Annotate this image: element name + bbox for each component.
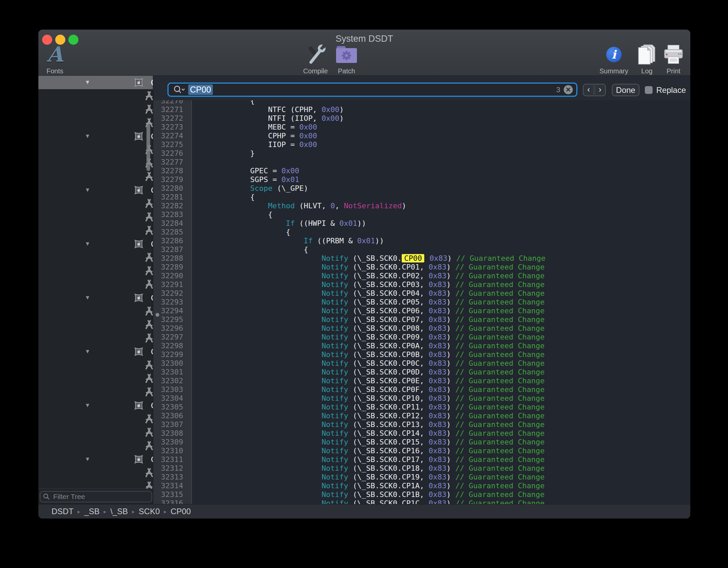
code-line[interactable]: 32286 If ((PRBM & 0x01)) (153, 237, 690, 245)
code-line[interactable]: 32291 Notify (\_SB.SCK0.CP03, 0x83) // G… (153, 280, 690, 289)
summary-button[interactable]: i Summary (599, 42, 628, 75)
compile-button[interactable]: Compile (303, 42, 328, 75)
tree-item-CP06[interactable]: ▼CP06 (38, 399, 153, 412)
code-line[interactable]: 32301 Notify (\_SB.SCK0.CP0D, 0x83) // G… (153, 368, 690, 377)
tree-child-item[interactable]: _P… (38, 251, 153, 264)
breadcrumb-item[interactable]: DSDT (52, 507, 73, 516)
code-line[interactable]: 32316 Notify (\_SB.SCK0.CP1C, 0x83) // G… (153, 499, 690, 504)
code-line[interactable]: 32272 NTFI (IIOP, 0x00) (153, 114, 690, 123)
code-line[interactable]: 32274 CPHP = 0x00 (153, 132, 690, 140)
code-line[interactable]: 32287 { (153, 245, 690, 254)
code-line[interactable]: 32279 SGPS = 0x01 (153, 175, 690, 184)
code-line[interactable]: 32276 } (153, 149, 690, 158)
done-button[interactable]: Done (612, 84, 639, 96)
tree-child-item[interactable]: _S… (38, 210, 153, 224)
code-line[interactable]: 32307 Notify (\_SB.SCK0.CP13, 0x83) // G… (153, 420, 690, 429)
tree-item-CP00[interactable]: ▼CP00 (38, 76, 153, 89)
tree-item-CP04[interactable]: ▼CP04 (38, 291, 153, 305)
breadcrumb-item[interactable]: SCK0 (139, 507, 160, 516)
code-line[interactable]: 32296 Notify (\_SB.SCK0.CP08, 0x83) // G… (153, 324, 690, 333)
code-line[interactable]: 32270 { (153, 100, 690, 105)
code-line[interactable]: 32283 { (153, 210, 690, 219)
tree-child-item[interactable]: _S… (38, 318, 153, 331)
tree-child-item[interactable]: _S… (38, 264, 153, 278)
code-line[interactable]: 32314 Notify (\_SB.SCK0.CP1A, 0x83) // G… (153, 482, 690, 490)
code-line[interactable]: 32292 Notify (\_SB.SCK0.CP04, 0x83) // G… (153, 289, 690, 298)
code-line[interactable]: 32282 Method (HLVT, 0, NotSerialized) (153, 202, 690, 210)
filter-tree-field[interactable] (40, 491, 152, 502)
disclosure-triangle-icon[interactable]: ▼ (84, 456, 91, 463)
breadcrumb-item[interactable]: _SB (84, 507, 99, 516)
code-line[interactable]: 32280 Scope (\_GPE) (153, 184, 690, 193)
code-line[interactable]: 32310 Notify (\_SB.SCK0.CP16, 0x83) // G… (153, 447, 690, 455)
code-line[interactable]: 32281 { (153, 193, 690, 202)
tree-child-item[interactable]: _P… (38, 89, 153, 103)
code-line[interactable]: 32295 Notify (\_SB.SCK0.CP07, 0x83) // G… (153, 315, 690, 324)
disclosure-triangle-icon[interactable]: ▼ (84, 187, 91, 193)
tree-child-item[interactable]: _S… (38, 372, 153, 385)
code-line[interactable]: 32303 Notify (\_SB.SCK0.CP0F, 0x83) // G… (153, 385, 690, 394)
code-line[interactable]: 32298 Notify (\_SB.SCK0.CP0A, 0x83) // G… (153, 342, 690, 350)
previous-match-button[interactable]: ‹ (583, 84, 594, 96)
clear-search-button[interactable]: ✕ (564, 85, 573, 94)
breadcrumb-item[interactable]: \_SB (110, 507, 128, 516)
tree-child-item[interactable]: _P… (38, 143, 153, 156)
code-line[interactable]: 32302 Notify (\_SB.SCK0.CP0E, 0x83) // G… (153, 377, 690, 385)
code-line[interactable]: 32300 Notify (\_SB.SCK0.CP0C, 0x83) // G… (153, 359, 690, 368)
code-editor[interactable]: 32270 {32271 NTFC (CPHP, 0x00)32272 NTFI… (153, 100, 690, 504)
code-line[interactable]: 32294 Notify (\_SB.SCK0.CP06, 0x83) // G… (153, 307, 690, 315)
code-line[interactable]: 32284 If ((HWPI & 0x01)) (153, 219, 690, 228)
tree-child-item[interactable]: _S… (38, 103, 153, 116)
code-line[interactable]: 32306 Notify (\_SB.SCK0.CP12, 0x83) // G… (153, 412, 690, 420)
disclosure-triangle-icon[interactable]: ▼ (84, 402, 91, 409)
code-line[interactable]: 32304 Notify (\_SB.SCK0.CP10, 0x83) // G… (153, 394, 690, 403)
tree-child-item[interactable]: _… (38, 170, 153, 183)
tree-child-item[interactable]: _P… (38, 412, 153, 426)
code-line[interactable]: 32297 Notify (\_SB.SCK0.CP09, 0x83) // G… (153, 333, 690, 342)
code-line[interactable]: 32275 IIOP = 0x00 (153, 140, 690, 149)
code-line[interactable]: 32277 (153, 158, 690, 167)
disclosure-triangle-icon[interactable]: ▼ (84, 241, 91, 247)
tree-child-item[interactable]: _… (38, 385, 153, 399)
search-field[interactable]: CP00 3 ✕ (167, 82, 577, 97)
disclosure-triangle-icon[interactable]: ▼ (84, 348, 91, 355)
log-button[interactable]: Log (637, 42, 656, 75)
print-button[interactable]: Print (663, 42, 684, 75)
tree-child-item[interactable]: _… (38, 116, 153, 130)
disclosure-triangle-icon[interactable]: ▼ (84, 294, 91, 301)
filter-tree-input[interactable] (53, 492, 149, 501)
tree-item-CP05[interactable]: ▼CP05 (38, 345, 153, 358)
code-line[interactable]: 32293 Notify (\_SB.SCK0.CP05, 0x83) // G… (153, 298, 690, 307)
code-line[interactable]: 32305 Notify (\_SB.SCK0.CP11, 0x83) // G… (153, 403, 690, 412)
tree-child-item[interactable]: _P… (38, 305, 153, 318)
tree-child-item[interactable]: _P… (38, 466, 153, 480)
code-line[interactable]: 32278 GPEC = 0x00 (153, 167, 690, 175)
tree-child-item[interactable]: _S… (38, 156, 153, 170)
tree-item-CP02[interactable]: ▼CP02 (38, 183, 153, 197)
code-line[interactable]: 32309 Notify (\_SB.SCK0.CP15, 0x83) // G… (153, 438, 690, 447)
tree-child-item[interactable]: _… (38, 439, 153, 453)
code-line[interactable]: 32308 Notify (\_SB.SCK0.CP14, 0x83) // G… (153, 429, 690, 438)
tree-child-item[interactable]: _… (38, 331, 153, 345)
replace-checkbox[interactable] (645, 86, 653, 94)
code-line[interactable]: 32315 Notify (\_SB.SCK0.CP1B, 0x83) // G… (153, 490, 690, 499)
tree-item-CP03[interactable]: ▼CP03 (38, 237, 153, 251)
tree-child-item[interactable]: _S… (38, 480, 153, 489)
fonts-button[interactable]: A Fonts (46, 42, 63, 75)
tree-child-item[interactable]: _P… (38, 197, 153, 210)
tree-item-CP01[interactable]: ▼CP01 (38, 130, 153, 143)
code-line[interactable]: 32311 Notify (\_SB.SCK0.CP17, 0x83) // G… (153, 455, 690, 464)
code-line[interactable]: 32299 Notify (\_SB.SCK0.CP0B, 0x83) // G… (153, 350, 690, 359)
code-line[interactable]: 32290 Notify (\_SB.SCK0.CP02, 0x83) // G… (153, 272, 690, 280)
tree-item-CP07[interactable]: ▼CP07 (38, 453, 153, 466)
tree-child-item[interactable]: _S… (38, 426, 153, 439)
code-line[interactable]: 32313 Notify (\_SB.SCK0.CP19, 0x83) // G… (153, 473, 690, 482)
breadcrumb-item[interactable]: CP00 (171, 507, 191, 516)
tree-child-item[interactable]: _P… (38, 358, 153, 372)
sidebar-scrollbar[interactable] (146, 124, 150, 171)
patch-button[interactable]: Patch (336, 42, 357, 75)
next-match-button[interactable]: › (595, 84, 606, 96)
code-line[interactable]: 32288 Notify (\_SB.SCK0.CP00 0x83) // Gu… (153, 254, 690, 263)
code-line[interactable]: 32273 MEBC = 0x00 (153, 123, 690, 132)
disclosure-triangle-icon[interactable]: ▼ (84, 133, 91, 140)
